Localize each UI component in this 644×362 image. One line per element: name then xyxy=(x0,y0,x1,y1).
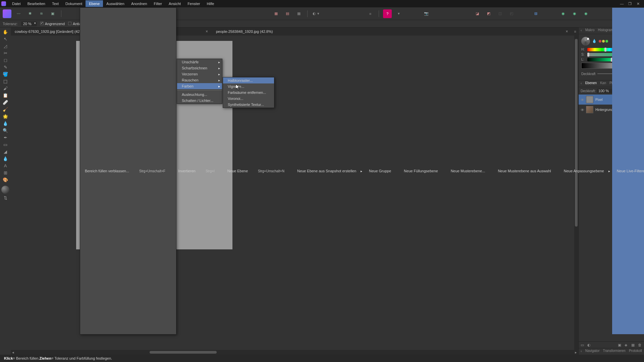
window-controls: — ❐ ✕ xyxy=(620,2,643,6)
statusbar: Klick = Bereich füllen. Ziehen = Toleran… xyxy=(0,355,644,362)
menu-item[interactable]: Rauschen xyxy=(177,77,222,83)
dodge-tool-icon[interactable]: 🌟 xyxy=(2,113,9,119)
group-icon[interactable]: ▣ xyxy=(618,343,622,347)
brush-tool-icon[interactable]: 🖌 xyxy=(2,85,9,91)
eraser-tool-icon[interactable]: 🧹 xyxy=(2,106,9,112)
shape-tool-icon[interactable]: ▭ xyxy=(2,141,9,147)
gradient-tool-icon[interactable]: ◢ xyxy=(2,148,9,155)
selection-tool-icon[interactable]: ⬚ xyxy=(2,78,9,84)
menu-filter[interactable]: Filter xyxy=(151,0,165,7)
tab-label: cowboy-67630_1920.jpg [Geändert] (42.8%) xyxy=(15,29,87,34)
zoom-tool-icon[interactable]: 🔍 xyxy=(2,127,9,133)
eyedrop-tool-icon[interactable]: 💧 xyxy=(2,156,9,162)
app-icon xyxy=(1,1,6,6)
heal-tool-icon[interactable]: 🩹 xyxy=(2,99,9,105)
menu-ebene[interactable]: Ebene xyxy=(86,0,103,7)
menu-anordnen[interactable]: Anordnen xyxy=(128,0,151,7)
close-button[interactable]: ✕ xyxy=(636,2,640,6)
lasso-tool-icon[interactable]: ✎ xyxy=(2,64,9,70)
menu-item[interactable]: Neue Gruppe xyxy=(364,8,399,334)
persona-liquify-icon[interactable]: 〰 xyxy=(14,9,23,18)
titlebar: DateiBearbeitenTextDokumentEbeneAuswähle… xyxy=(0,0,644,7)
menu-auswählen[interactable]: Auswählen xyxy=(103,0,128,7)
menu-ansicht[interactable]: Ansicht xyxy=(165,0,184,7)
mesh-tool-icon[interactable]: ⊞ xyxy=(2,170,9,176)
persona-tone-icon[interactable]: ≋ xyxy=(37,9,46,18)
menubar: DateiBearbeitenTextDokumentEbeneAuswähle… xyxy=(9,0,217,7)
menu-ebene-dropdown: Bereich füllen verblassen...Strg+Umschal… xyxy=(80,7,176,335)
status-klick: Klick xyxy=(4,356,13,360)
menu-item[interactable]: Neue EbeneStrg+Umschalt+N xyxy=(223,8,292,334)
smudge-tool-icon[interactable]: 💧 xyxy=(2,120,9,126)
menu-item[interactable]: Bereich füllen verblassen...Strg+Umschal… xyxy=(80,8,173,334)
menu-item[interactable]: Neue Musterebene... xyxy=(446,8,493,334)
menu-item[interactable]: Farben xyxy=(177,83,222,89)
pen-tool-icon[interactable]: ✒ xyxy=(2,134,9,140)
status-text: = Bereich füllen. xyxy=(13,356,39,360)
submenu-live-filter: UnschärfeScharfzeichnenVerzerrenRauschen… xyxy=(177,59,222,104)
crop-tool-icon[interactable]: ✂ xyxy=(2,50,9,56)
menu-item[interactable]: Verzerren xyxy=(177,71,222,77)
menu-hilfe[interactable]: Hilfe xyxy=(203,0,217,7)
picker-tool-icon[interactable]: 🎨 xyxy=(2,177,9,183)
flood-tool-icon[interactable]: 🪣 xyxy=(2,71,9,77)
color-ball-icon[interactable] xyxy=(1,186,9,194)
menu-item[interactable]: Neue Live-Filterebene xyxy=(612,8,644,334)
menu-item[interactable]: Ausleuchtung... xyxy=(177,92,222,98)
tab-transform[interactable]: Transformieren xyxy=(603,349,625,354)
swap-color-icon[interactable]: ⇅ xyxy=(2,195,9,201)
menu-item[interactable]: Farbsäume entfernen... xyxy=(223,89,274,96)
tab-protokoll[interactable]: Protokoll xyxy=(629,349,642,354)
layers-footer: ▭ ◐ ▣ ◈ ▦ 🗑 xyxy=(579,341,644,348)
mask-icon[interactable]: ▭ xyxy=(581,343,585,347)
left-toolbar: ✋ ↖ ◿ ✂ ◻ ✎ 🪣 ⬚ 🖌 📋 🩹 🧹 🌟 💧 🔍 ✒ ▭ ◢ 💧 A … xyxy=(0,27,11,355)
menu-item[interactable]: InvertierenStrg+I xyxy=(173,8,223,334)
menu-fenster[interactable]: Fenster xyxy=(184,0,203,7)
menu-item[interactable]: Scharfzeichnen xyxy=(177,65,222,71)
bottom-tabs: ‹ Navigator Transformieren Protokoll xyxy=(579,348,644,355)
menu-item[interactable]: Unschärfe xyxy=(177,59,222,65)
persona-photo-icon[interactable] xyxy=(3,9,11,18)
menu-item[interactable]: Synthetisierte Textur... xyxy=(223,102,274,108)
menu-item[interactable]: Halbtonraster... xyxy=(223,77,274,83)
marquee-tool-icon[interactable]: ◻ xyxy=(2,57,9,63)
minimize-button[interactable]: — xyxy=(620,2,624,6)
effect-icon[interactable]: ◈ xyxy=(625,343,629,347)
persona-export-icon[interactable]: ▣ xyxy=(48,9,57,18)
contiguous-check[interactable]: Angrenzend xyxy=(40,22,65,26)
tab-navigator[interactable]: Navigator xyxy=(585,349,600,354)
menu-item[interactable]: Vignette... xyxy=(223,83,274,89)
menu-item[interactable]: Neue Ebene aus Snapshot erstellen xyxy=(292,8,364,334)
delete-layer-icon[interactable]: 🗑 xyxy=(638,343,642,347)
menu-item[interactable]: Neue Musterebene aus Auswahl xyxy=(493,8,559,334)
status-text: = Toleranz und Farbfüllung festlegen. xyxy=(51,356,112,360)
text-tool-icon[interactable]: A xyxy=(2,163,9,169)
tolerance-value[interactable]: 20 % xyxy=(21,21,37,26)
hand-tool-icon[interactable]: ✋ xyxy=(2,29,9,35)
menu-item[interactable]: Neue Füllungsebene xyxy=(399,8,446,334)
status-ziehen: Ziehen xyxy=(39,356,51,360)
menu-dokument[interactable]: Dokument xyxy=(62,0,86,7)
menu-item[interactable]: Voronoi... xyxy=(223,96,274,102)
maximize-button[interactable]: ❐ xyxy=(628,2,632,6)
tolerance-label: Toleranz: xyxy=(3,22,18,26)
menu-item[interactable]: Schatten / Lichter... xyxy=(177,98,222,104)
menu-bearbeiten[interactable]: Bearbeiten xyxy=(24,0,49,7)
clone-tool-icon[interactable]: 📋 xyxy=(2,92,9,98)
submenu-farben: Halbtonraster...Vignette...Farbsäume ent… xyxy=(223,77,274,108)
scrollbar-horizontal[interactable]: ◂ ▸ xyxy=(11,350,578,355)
menu-datei[interactable]: Datei xyxy=(9,0,24,7)
add-layer-icon[interactable]: ▦ xyxy=(631,343,635,347)
adjust-icon[interactable]: ◐ xyxy=(587,343,591,347)
menu-text[interactable]: Text xyxy=(49,0,62,7)
menu-item[interactable]: Neue Anpassungsebene xyxy=(559,8,612,334)
move-tool-icon[interactable]: ↖ xyxy=(2,36,9,42)
node-tool-icon[interactable]: ◿ xyxy=(2,43,9,49)
persona-develop-icon[interactable]: ✱ xyxy=(25,9,34,18)
